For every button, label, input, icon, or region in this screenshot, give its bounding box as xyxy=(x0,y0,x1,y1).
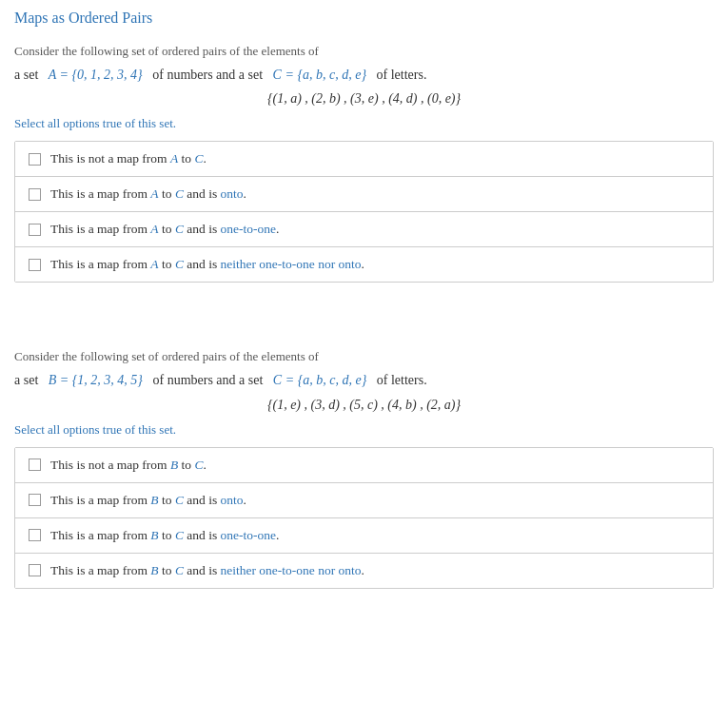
option-text-2-2: This is a map from B to C and is onto. xyxy=(50,493,246,508)
option-text-2-3: This is a map from B to C and is one-to-… xyxy=(50,528,279,543)
select-label-2: Select all options true of this set. xyxy=(14,422,714,438)
checkbox-1-3[interactable] xyxy=(29,224,41,236)
consider-text-1: Consider the following set of ordered pa… xyxy=(14,44,714,59)
options-list-2: This is not a map from B to C. This is a… xyxy=(14,447,714,589)
option-text-1-3: This is a map from A to C and is one-to-… xyxy=(50,222,279,237)
option-text-2-4: This is a map from B to C and is neither… xyxy=(50,563,364,578)
checkbox-2-2[interactable] xyxy=(29,494,41,506)
checkbox-1-2[interactable] xyxy=(29,188,41,201)
consider-text-2: Consider the following set of ordered pa… xyxy=(14,349,714,364)
option-1-4[interactable]: This is a map from A to C and is neither… xyxy=(15,247,713,282)
option-1-1[interactable]: This is not a map from A to C. xyxy=(15,142,713,177)
options-list-1: This is not a map from A to C. This is a… xyxy=(14,141,714,283)
checkbox-1-1[interactable] xyxy=(29,153,41,166)
select-label-1: Select all options true of this set. xyxy=(14,116,714,131)
pairs-line-1: {(1, a) , (2, b) , (3, e) , (4, d) , (0,… xyxy=(14,91,714,107)
option-2-3[interactable]: This is a map from B to C and is one-to-… xyxy=(15,518,713,554)
set-line-2: a set B = {1, 2, 3, 4, 5} of numbers and… xyxy=(14,370,714,391)
section-1: Consider the following set of ordered pa… xyxy=(14,44,714,283)
page-title: Maps as Ordered Pairs xyxy=(14,10,714,27)
option-text-1-2: This is a map from A to C and is onto. xyxy=(50,186,246,202)
pairs-line-2: {(1, e) , (3, d) , (5, c) , (4, b) , (2,… xyxy=(14,398,714,413)
option-2-1[interactable]: This is not a map from B to C. xyxy=(15,448,713,483)
option-2-4[interactable]: This is a map from B to C and is neither… xyxy=(15,554,713,588)
checkbox-1-4[interactable] xyxy=(29,259,41,271)
option-text-1-1: This is not a map from A to C. xyxy=(50,151,207,166)
spacer-1 xyxy=(14,311,714,349)
checkbox-2-3[interactable] xyxy=(29,529,41,541)
section-2: Consider the following set of ordered pa… xyxy=(14,349,714,588)
option-text-1-4: This is a map from A to C and is neither… xyxy=(50,257,364,272)
set-line-1: a set A = {0, 1, 2, 3, 4} of numbers and… xyxy=(14,65,714,86)
option-1-3[interactable]: This is a map from A to C and is one-to-… xyxy=(15,212,713,247)
checkbox-2-4[interactable] xyxy=(29,564,41,576)
option-2-2[interactable]: This is a map from B to C and is onto. xyxy=(15,483,713,518)
checkbox-2-1[interactable] xyxy=(29,459,41,471)
option-text-2-1: This is not a map from B to C. xyxy=(50,458,207,473)
option-1-2[interactable]: This is a map from A to C and is onto. xyxy=(15,177,713,212)
